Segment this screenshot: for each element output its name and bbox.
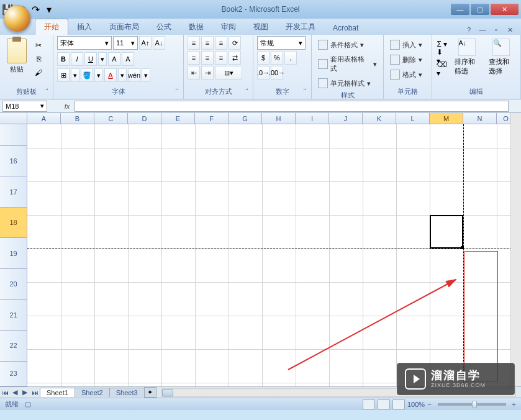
table-format-button[interactable]: 套用表格格式 ▾ (315, 53, 379, 75)
view-page-layout-button[interactable] (378, 399, 390, 409)
row-header-17[interactable]: 17 (0, 176, 27, 208)
increase-indent-button[interactable]: ⇥ (201, 66, 214, 80)
decrease-decimal-button[interactable]: .00→ (271, 66, 283, 80)
col-header-b[interactable]: B (61, 113, 94, 124)
font-shrink-a[interactable]: A (122, 52, 134, 66)
row-header-21[interactable]: 21 (0, 300, 27, 331)
row-header-20[interactable]: 20 (0, 269, 27, 300)
workbook-close-button[interactable]: ✕ (505, 25, 515, 35)
row-header-19[interactable]: 19 (0, 238, 27, 269)
zoom-slider[interactable] (438, 403, 506, 406)
zoom-level[interactable]: 100% (407, 401, 425, 408)
format-painter-button[interactable]: 🖌 (32, 67, 45, 78)
increase-decimal-button[interactable]: .0→ (257, 66, 270, 80)
workbook-restore-button[interactable]: ▫ (491, 25, 501, 35)
comma-button[interactable]: , (284, 51, 297, 65)
name-box[interactable]: M18▾ (2, 101, 47, 112)
tab-data[interactable]: 数据 (180, 19, 212, 35)
view-normal-button[interactable] (363, 399, 375, 409)
window-close-button[interactable]: ✕ (491, 4, 519, 15)
sheet-new-button[interactable]: ✦ (144, 387, 156, 398)
vertical-scrollbar[interactable] (510, 113, 521, 386)
phonetic-button[interactable]: wén (128, 68, 140, 82)
row-header-22[interactable]: 22 (0, 331, 27, 362)
orientation-button[interactable]: ⟳ (229, 36, 241, 50)
insert-cells-button[interactable]: 插入 ▾ (387, 39, 425, 51)
decrease-font-button[interactable]: A↓ (153, 36, 165, 50)
col-header-e[interactable]: E (161, 113, 195, 124)
percent-button[interactable]: % (271, 51, 283, 65)
increase-font-button[interactable]: A↑ (139, 36, 152, 50)
align-top-button[interactable]: ≡ (188, 36, 200, 50)
col-header-f[interactable]: F (195, 113, 229, 124)
col-header-g[interactable]: G (229, 113, 262, 124)
paste-button[interactable]: 粘贴 (4, 36, 30, 86)
number-format-combo[interactable]: 常规▾ (257, 36, 306, 50)
row-header-partial[interactable] (0, 124, 27, 146)
conditional-format-button[interactable]: 条件格式 ▾ (315, 39, 379, 51)
cells-area[interactable] (27, 124, 521, 386)
font-color-button[interactable]: A (104, 68, 117, 82)
cut-button[interactable]: ✂ (32, 40, 45, 51)
tab-review[interactable]: 审阅 (212, 19, 245, 35)
copy-button[interactable]: ⎘ (32, 53, 45, 65)
merge-button[interactable]: ⊟▾ (215, 66, 242, 80)
col-header-a[interactable]: A (27, 113, 61, 124)
spreadsheet-grid[interactable]: A B C D E F G H I J K L M N O 16 17 18 1… (0, 113, 521, 386)
decrease-indent-button[interactable]: ⇤ (188, 66, 200, 80)
tab-formulas[interactable]: 公式 (148, 19, 180, 35)
font-name-combo[interactable]: 宋体▾ (57, 36, 112, 50)
row-header-23[interactable]: 23 (0, 362, 27, 386)
zoom-in-button[interactable]: + (512, 401, 516, 408)
align-left-button[interactable]: ≡ (188, 51, 200, 65)
sheet-nav-next[interactable]: ▶ (20, 388, 30, 398)
col-header-h[interactable]: H (262, 113, 296, 124)
col-header-l[interactable]: L (396, 113, 430, 124)
ribbon-minimize-button[interactable]: — (478, 25, 487, 35)
col-header-m[interactable]: M (430, 113, 463, 124)
tab-home[interactable]: 开始 (35, 19, 68, 35)
fill-color-button[interactable]: 🪣 (81, 68, 93, 82)
qat-redo-icon[interactable]: ↷ (30, 4, 41, 15)
tab-view[interactable]: 视图 (245, 19, 277, 35)
font-color-dropdown[interactable]: ▾ (118, 68, 127, 82)
select-all-corner[interactable] (0, 113, 27, 124)
insert-function-button[interactable]: fx (60, 101, 75, 112)
font-size-combo[interactable]: 11▾ (113, 36, 138, 50)
italic-button[interactable]: I (71, 52, 83, 66)
col-header-j[interactable]: J (329, 113, 363, 124)
tab-developer[interactable]: 开发工具 (277, 19, 324, 35)
tab-insert[interactable]: 插入 (68, 19, 101, 35)
col-header-k[interactable]: K (363, 113, 396, 124)
sheet-nav-prev[interactable]: ◀ (10, 388, 20, 398)
currency-button[interactable]: $ (257, 51, 270, 65)
phonetic-dropdown[interactable]: ▾ (142, 68, 150, 82)
row-header-16[interactable]: 16 (0, 146, 27, 177)
align-bottom-button[interactable]: ≡ (215, 36, 227, 50)
sort-filter-button[interactable]: A↓ 排序和筛选 (451, 36, 482, 86)
sheet-tab-1[interactable]: Sheet1 (40, 388, 75, 397)
view-page-break-button[interactable] (392, 399, 405, 409)
col-header-i[interactable]: I (296, 113, 329, 124)
align-center-button[interactable]: ≡ (201, 51, 214, 65)
fill-color-dropdown[interactable]: ▾ (94, 68, 103, 82)
macro-record-icon[interactable]: ▢ (25, 400, 31, 408)
font-grow-a[interactable]: A (108, 52, 120, 66)
col-header-c[interactable]: C (94, 113, 128, 124)
help-button[interactable]: ? (464, 25, 474, 35)
align-right-button[interactable]: ≡ (215, 51, 227, 65)
underline-button[interactable]: U (84, 52, 97, 66)
sheet-tab-3[interactable]: Sheet3 (109, 388, 145, 397)
align-middle-button[interactable]: ≡ (201, 36, 214, 50)
wrap-text-button[interactable]: ⇄ (229, 51, 241, 65)
window-maximize-button[interactable]: ▢ (471, 4, 489, 15)
delete-cells-button[interactable]: 删除 ▾ (387, 53, 425, 66)
sheet-tab-2[interactable]: Sheet2 (75, 388, 110, 397)
borders-dropdown[interactable]: ▾ (71, 68, 79, 82)
sheet-nav-last[interactable]: ⏭ (30, 388, 40, 398)
format-cells-button[interactable]: 格式 ▾ (387, 68, 425, 81)
zoom-out-button[interactable]: − (427, 401, 431, 408)
find-select-button[interactable]: 🔍 查找和选择 (485, 36, 517, 86)
formula-input[interactable] (75, 101, 509, 112)
underline-dropdown[interactable]: ▾ (98, 52, 107, 66)
